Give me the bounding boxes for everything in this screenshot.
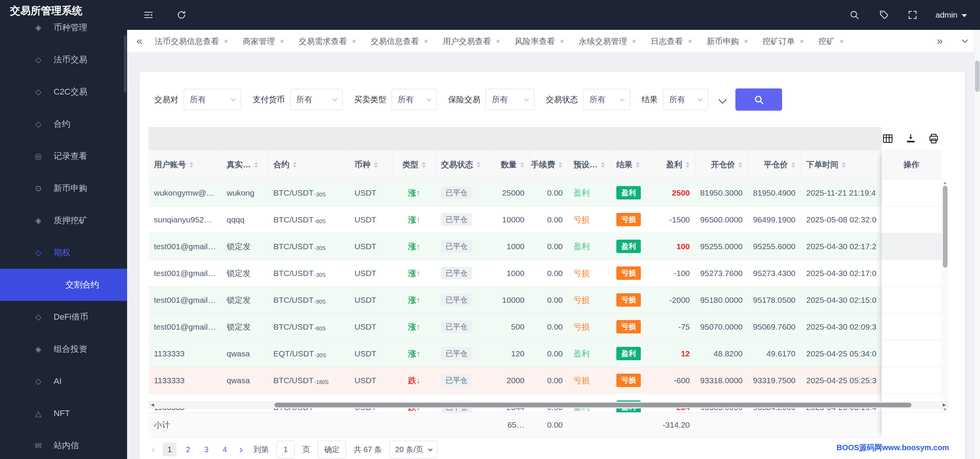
tab-3[interactable]: 交易信息查看× [371, 36, 428, 47]
filter-select-0[interactable]: 所有 [184, 89, 241, 110]
sort-icon[interactable] [601, 162, 605, 168]
page-button-4[interactable]: 4 [218, 443, 232, 456]
tab-9[interactable]: 挖矿订单× [763, 36, 804, 47]
sidebar-item-8[interactable]: 交割合约 [0, 269, 127, 301]
tab-close-icon[interactable]: × [800, 37, 804, 46]
grid-columns-icon[interactable] [881, 132, 895, 145]
sidebar-item-9[interactable]: ◇DeFi借币 [0, 301, 127, 333]
tab-4[interactable]: 用户交易查看× [443, 36, 500, 47]
sidebar-item-3[interactable]: ◇合约 [0, 108, 127, 140]
confirm-button[interactable]: 确定 [318, 441, 346, 458]
table-horizontal-scrollbar[interactable]: ◀ ▶ [149, 402, 948, 408]
goto-page-input[interactable]: 1 [276, 441, 295, 458]
sidebar-item-10[interactable]: ◈组合投资 [0, 333, 127, 365]
sidebar-item-2[interactable]: ◇C2C交易 [0, 76, 127, 108]
sort-icon[interactable] [374, 162, 378, 168]
tab-7[interactable]: 日志查看× [651, 36, 692, 47]
sort-icon[interactable] [254, 162, 258, 168]
col-header-qty[interactable]: 数量 [490, 150, 530, 179]
tab-2[interactable]: 交易需求查看× [299, 36, 356, 47]
sidebar-item-5[interactable]: ⊙新币申购 [0, 172, 127, 204]
tab-close-icon[interactable]: × [496, 37, 500, 46]
sort-icon[interactable] [520, 162, 524, 168]
sort-icon[interactable] [738, 162, 742, 168]
op-cell-1[interactable] [882, 206, 941, 233]
sidebar-item-1[interactable]: ◇法币交易 [0, 44, 127, 76]
tab-close-icon[interactable]: × [224, 37, 228, 46]
col-header-status[interactable]: 交易状态 [436, 150, 490, 179]
page-button-3[interactable]: 3 [199, 443, 213, 456]
sort-icon[interactable] [559, 162, 562, 168]
tab-6[interactable]: 永续交易管理× [579, 36, 636, 47]
sidebar-item-13[interactable]: ✉站内信 [0, 430, 127, 459]
next-page-button[interactable]: › [236, 444, 246, 456]
col-header-account[interactable]: 用户账号 [149, 150, 221, 179]
page-button-1[interactable]: 1 [163, 443, 176, 456]
col-header-result[interactable]: 结果 [611, 150, 654, 179]
col-header-real[interactable]: 真实… [221, 150, 268, 179]
sidebar-item-4[interactable]: ◎记录查看 [0, 140, 127, 172]
sort-icon[interactable] [686, 162, 689, 168]
tag-icon[interactable] [877, 9, 890, 21]
scroll-up-icon[interactable]: ▲ [942, 180, 948, 185]
sort-icon[interactable] [791, 162, 795, 168]
col-header-contract[interactable]: 合约 [268, 150, 349, 179]
sort-icon[interactable] [293, 162, 297, 168]
page-size-select[interactable]: 20 条/页 [389, 441, 437, 458]
filter-select-2[interactable]: 所有 [392, 89, 437, 110]
tabs-scroll-right-icon[interactable]: » [928, 35, 952, 47]
tabs-scroll-left-icon[interactable]: « [127, 35, 152, 47]
search-icon[interactable] [848, 9, 861, 21]
print-icon[interactable] [927, 132, 941, 145]
sort-icon[interactable] [422, 162, 426, 168]
tab-1[interactable]: 商家管理× [243, 36, 284, 47]
tab-close-icon[interactable]: × [280, 37, 284, 46]
sort-icon[interactable] [477, 162, 480, 168]
sidebar-item-6[interactable]: ◈质押挖矿 [0, 204, 127, 237]
op-cell-3[interactable] [882, 260, 941, 287]
scroll-right-icon[interactable]: ▶ [943, 402, 946, 407]
op-cell-4[interactable] [882, 287, 941, 314]
refresh-icon[interactable] [175, 9, 188, 21]
tab-close-icon[interactable]: × [424, 37, 428, 46]
export-icon[interactable] [904, 132, 918, 145]
sidebar-item-7[interactable]: ◇期权 [0, 237, 127, 269]
tab-close-icon[interactable]: × [632, 37, 636, 46]
col-header-fee[interactable]: 手续费 [530, 150, 568, 179]
filter-select-1[interactable]: 所有 [290, 89, 343, 110]
sidebar-item-11[interactable]: ◇AI [0, 365, 127, 397]
collapse-menu-icon[interactable] [142, 9, 155, 21]
op-cell-6[interactable] [882, 340, 941, 367]
sidebar-scrollbar[interactable] [124, 35, 126, 93]
col-header-profit[interactable]: 盈利 [654, 150, 695, 179]
op-cell-5[interactable] [882, 314, 941, 340]
expand-filters-icon[interactable] [719, 95, 727, 103]
tab-5[interactable]: 风险率查看× [515, 36, 564, 47]
table-vertical-scrollbar[interactable]: ▲ ▼ [941, 180, 948, 412]
filter-select-5[interactable]: 所有 [663, 89, 708, 110]
col-header-open[interactable]: 开仓价 [695, 150, 748, 179]
user-menu[interactable]: admin [936, 10, 967, 20]
vertical-scroll-thumb[interactable] [943, 186, 947, 268]
prev-page-button[interactable]: ‹ [149, 444, 158, 456]
horizontal-scroll-thumb[interactable] [274, 403, 911, 407]
col-header-close[interactable]: 平仓价 [748, 150, 801, 179]
tab-close-icon[interactable]: × [352, 37, 356, 46]
tab-close-icon[interactable]: × [560, 37, 564, 46]
filter-select-3[interactable]: 所有 [486, 89, 534, 110]
sort-icon[interactable] [842, 162, 846, 168]
tab-close-icon[interactable]: × [840, 37, 844, 46]
scroll-left-icon[interactable]: ◀ [151, 402, 154, 407]
op-cell-7[interactable] [882, 367, 941, 394]
tabs-dropdown-icon[interactable] [962, 37, 968, 43]
window-scroll-thumb[interactable] [975, 60, 980, 92]
sidebar-item-12[interactable]: △NFT [0, 397, 127, 430]
col-header-preset[interactable]: 预设… [568, 150, 611, 179]
window-scrollbar[interactable] [974, 30, 980, 459]
page-button-2[interactable]: 2 [181, 443, 195, 456]
tab-8[interactable]: 新币申购× [707, 36, 748, 47]
filter-select-4[interactable]: 所有 [583, 89, 630, 110]
tab-close-icon[interactable]: × [688, 37, 692, 46]
tab-0[interactable]: 法币交易信息查看× [155, 36, 228, 47]
op-cell-0[interactable] [882, 180, 941, 206]
